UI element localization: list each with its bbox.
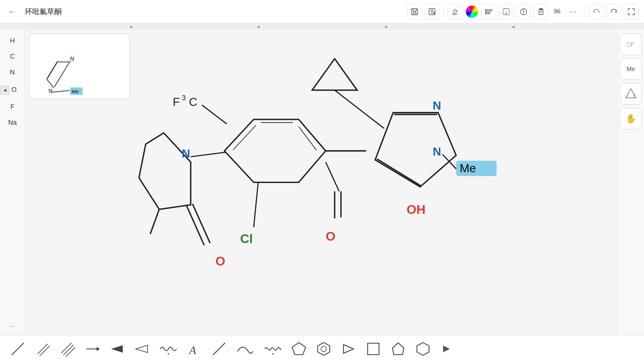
svg-marker-84 (417, 343, 429, 355)
double-bond-tool[interactable] (33, 340, 52, 358)
svg-point-74 (168, 353, 169, 355)
atom-H[interactable]: H (0, 35, 25, 47)
svg-line-76 (213, 343, 225, 355)
hand-button[interactable]: ✋ (620, 108, 642, 129)
align-button[interactable] (481, 4, 496, 19)
export-button[interactable] (425, 4, 439, 19)
square-tool[interactable] (364, 340, 383, 358)
arrow-tool[interactable] (83, 340, 102, 358)
wavy-bond-tool[interactable] (157, 340, 179, 358)
svg-marker-78 (292, 343, 306, 355)
atom-F[interactable]: F (0, 101, 25, 113)
svg-marker-81 (343, 345, 354, 353)
finger-pointer-button[interactable]: ☞ (620, 34, 642, 55)
svg-rect-10 (486, 12, 490, 14)
clipboard-button[interactable] (534, 4, 548, 19)
svg-text:A: A (189, 344, 196, 356)
separator-1 (443, 6, 444, 17)
benzene-tool[interactable] (314, 340, 333, 358)
main-area: H C N ◀ O F Na ··· N N (0, 29, 644, 335)
collapse-arrow-2[interactable]: ◀ (257, 25, 260, 28)
sidebar-more[interactable]: ··· (10, 323, 15, 330)
svg-line-65 (38, 344, 48, 354)
svg-line-59 (191, 152, 226, 157)
atom-C[interactable]: C (0, 51, 25, 62)
single-bond-tool[interactable] (8, 340, 28, 358)
svg-text:Me: Me (460, 162, 476, 175)
svg-marker-31 (224, 119, 326, 182)
svg-marker-73 (136, 345, 148, 353)
select-button[interactable] (499, 4, 514, 19)
svg-marker-71 (97, 347, 100, 351)
svg-text:O: O (326, 229, 335, 243)
dashed-bond-tool[interactable] (132, 340, 152, 358)
svg-line-66 (40, 346, 50, 356)
eraser-button[interactable] (448, 4, 463, 19)
left-sidebar: H C N ◀ O F Na ··· (0, 29, 25, 335)
svg-rect-1 (413, 9, 416, 11)
svg-line-68 (63, 345, 73, 355)
canvas-area[interactable]: N N Me N O (25, 29, 617, 335)
svg-text:OH: OH (407, 202, 425, 217)
sidebar-collapse-btn[interactable]: ◀ (0, 85, 9, 95)
top-collapse-arrows: ◀ ◀ ◀ ◀ (0, 23, 644, 29)
bold-bond-tool[interactable] (107, 340, 127, 358)
save-button[interactable] (407, 4, 422, 19)
triangle-tool[interactable] (339, 340, 358, 358)
line-tool[interactable] (209, 340, 229, 358)
right-toolbar: ☞ Me /* ✋ (617, 29, 644, 335)
collapse-arrow-1[interactable]: ◀ (129, 25, 132, 28)
pentagon-tool[interactable] (289, 340, 309, 358)
atom-N[interactable]: N (0, 66, 25, 78)
svg-rect-82 (368, 343, 379, 355)
svg-text:/*: /* (633, 94, 636, 98)
svg-text:3: 3 (182, 94, 186, 102)
svg-marker-72 (111, 345, 123, 353)
svg-text:N: N (182, 147, 190, 160)
more-button[interactable]: ··· (566, 4, 581, 19)
svg-line-60 (326, 162, 339, 191)
page-title: 环吡氟草酮 (25, 7, 62, 17)
svg-point-77 (272, 353, 274, 355)
svg-marker-30 (312, 59, 357, 90)
undo-button[interactable] (589, 4, 604, 19)
separator-2 (585, 6, 585, 17)
svg-line-55 (335, 90, 384, 128)
functional-group-button[interactable]: /* (620, 83, 642, 105)
triple-bond-tool[interactable] (58, 340, 77, 358)
curve-tool[interactable] (234, 340, 256, 358)
svg-rect-0 (412, 9, 418, 15)
svg-line-44 (377, 159, 421, 186)
text-tool[interactable]: A (184, 340, 204, 358)
info-button[interactable] (516, 4, 531, 19)
svg-rect-2 (413, 12, 416, 15)
page-count: 96 (551, 8, 563, 15)
collapse-arrow-4[interactable]: ◀ (512, 25, 515, 28)
color-picker[interactable] (465, 5, 479, 18)
atom-Na[interactable]: Na (0, 117, 25, 128)
svg-line-33 (150, 209, 159, 234)
back-button[interactable]: ← (5, 5, 18, 19)
redo-button[interactable] (606, 4, 621, 19)
svg-text:Cl: Cl (240, 232, 253, 246)
svg-text:C: C (189, 95, 197, 108)
atom-O[interactable]: ◀ O (0, 82, 25, 97)
house-tool[interactable] (388, 340, 408, 358)
svg-point-15 (523, 10, 524, 10)
hexagon-tool[interactable] (413, 340, 433, 358)
main-molecule-svg: N O Cl O N N (25, 29, 617, 335)
svg-rect-9 (486, 10, 492, 11)
me-button[interactable]: Me (620, 58, 642, 80)
more-tools-button[interactable] (438, 340, 455, 358)
svg-marker-42 (375, 113, 456, 187)
svg-marker-83 (392, 343, 404, 355)
svg-line-64 (12, 343, 24, 355)
svg-text:O: O (215, 254, 225, 268)
collapse-arrow-3[interactable]: ◀ (384, 25, 387, 28)
svg-point-80 (321, 346, 326, 352)
svg-marker-79 (318, 343, 330, 355)
svg-line-54 (202, 105, 227, 124)
fullscreen-button[interactable] (624, 4, 639, 19)
squiggle-tool[interactable] (262, 340, 284, 358)
svg-text:N: N (433, 99, 441, 112)
